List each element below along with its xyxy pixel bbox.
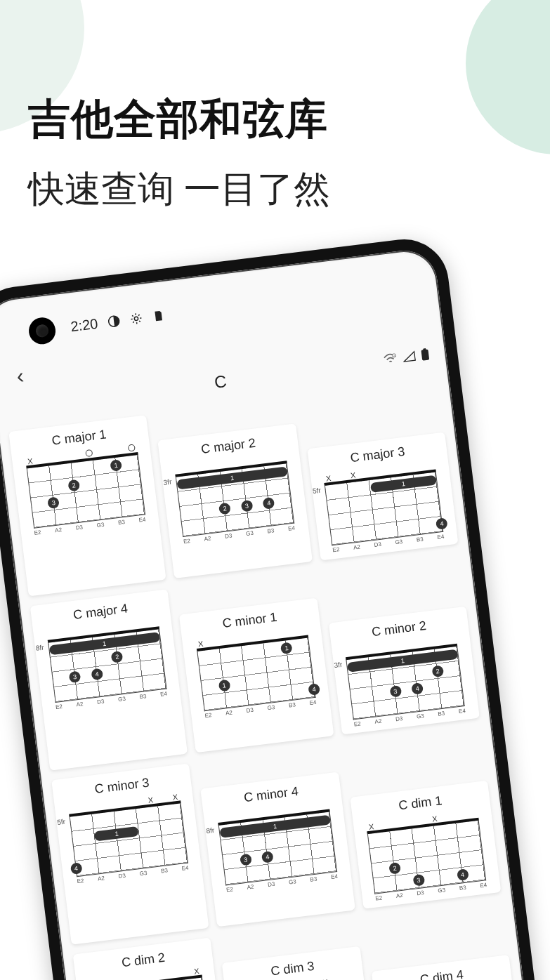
chord-name: C major 1 — [51, 427, 107, 448]
marketing-title: 吉他全部和弦库 — [28, 91, 330, 148]
fret-label: 3fr — [163, 478, 172, 486]
finger-dot: 4 — [262, 497, 275, 510]
svg-rect-4 — [421, 350, 429, 361]
chord-card[interactable]: C major 48fr1342E2A2D3G3B3E4 — [30, 589, 188, 770]
finger-dot: 4 — [456, 869, 469, 882]
finger-dot: 2 — [67, 479, 80, 491]
sd-icon — [151, 309, 165, 323]
fretboard: 14 — [324, 469, 443, 545]
finger-dot: 1 — [218, 680, 230, 692]
status-time: 2:20 — [70, 315, 98, 335]
fret-label: 3fr — [333, 661, 342, 669]
fret-label: 8fr — [35, 643, 44, 651]
fret-label: 8fr — [205, 826, 214, 835]
battery-icon — [420, 347, 431, 364]
finger-dot: 2 — [431, 665, 444, 677]
finger-dot: 3 — [68, 671, 81, 684]
gear-icon — [129, 312, 143, 326]
chord-name: C dim 1 — [398, 793, 443, 813]
chord-name: C dim 4 — [419, 967, 464, 980]
finger-dot: 4 — [308, 683, 320, 696]
chord-card[interactable]: C dim 2XX3fr1243E2A2D3G3B3E4 — [72, 938, 230, 980]
phone-mockup: 2:20 ‹ C × — [0, 234, 550, 980]
chord-name: C minor 1 — [221, 610, 277, 631]
barre: 1 — [93, 826, 138, 842]
svg-point-1 — [133, 317, 138, 321]
chord-name: C dim 3 — [270, 959, 315, 979]
background-blob-top-right — [466, 0, 550, 154]
chord-grid-scroll[interactable]: C major 1X321E2A2D3G3B3E4C major 23fr123… — [0, 376, 546, 980]
marketing-copy: 吉他全部和弦库 快速查询 一目了然 — [28, 91, 330, 214]
chord-card[interactable]: C minor 1X114E2A2D3G3B3E4 — [179, 598, 334, 753]
chord-card[interactable]: C minor 48fr134E2A2D3G3B3E4 — [200, 772, 355, 927]
fretboard: 134 — [218, 809, 337, 886]
fretboard: 1342 — [346, 644, 465, 720]
chord-card[interactable]: C major 3XX5fr14E2A2D3G3B3E4 — [307, 432, 458, 561]
chord-name: C dim 2 — [121, 951, 166, 970]
fretboard: 114 — [196, 635, 315, 711]
finger-dot: 4 — [436, 517, 448, 530]
finger-dot: 3 — [239, 854, 251, 866]
phone-screen: 2:20 ‹ C × — [0, 250, 546, 980]
chord-name: C major 3 — [349, 444, 405, 465]
finger-dot: 4 — [91, 668, 103, 681]
chord-card[interactable]: C major 23fr1234E2A2D3G3B3E4 — [157, 423, 312, 578]
chord-name: C minor 2 — [370, 618, 426, 640]
fret-label: 5fr — [56, 818, 65, 826]
chord-name: C minor 4 — [242, 784, 299, 805]
chord-card[interactable]: C dim 1XX234E2A2D3G3B3E4 — [349, 781, 500, 909]
finger-dot: 1 — [280, 642, 293, 654]
wifi-icon: × — [382, 352, 398, 368]
finger-dot: 2 — [110, 651, 123, 663]
finger-dot: 2 — [218, 503, 231, 515]
finger-dot: 3 — [240, 500, 253, 512]
finger-dot: 2 — [388, 862, 401, 875]
fretboard: 14 — [68, 800, 188, 877]
back-button[interactable]: ‹ — [4, 360, 36, 392]
chord-card[interactable]: C major 1X321E2A2D3G3B3E4 — [8, 415, 166, 596]
fret-label: 5fr — [312, 486, 321, 495]
finger-dot: 1 — [110, 459, 122, 472]
chord-name: C minor 3 — [93, 776, 150, 797]
finger-dot: 4 — [261, 851, 274, 863]
chord-name: C major 4 — [72, 602, 129, 623]
chord-card[interactable]: C dim 3X6fr1243E2A2D3G3B3E4 — [222, 946, 377, 980]
finger-dot: 3 — [47, 496, 60, 509]
marketing-subtitle: 快速查询 一目了然 — [28, 165, 330, 214]
finger-dot: 3 — [412, 874, 425, 887]
fretboard: 1342 — [47, 626, 166, 703]
chord-grid: C major 1X321E2A2D3G3B3E4C major 23fr123… — [8, 379, 540, 980]
finger-dot: 4 — [70, 863, 82, 875]
chord-card[interactable]: C dim 4XX10fr123E2A2D3G3B3E4 — [371, 955, 522, 980]
fretboard: 321 — [25, 452, 145, 529]
chord-card[interactable]: C minor 23fr1342E2A2D3G3B3E4 — [328, 607, 479, 735]
fretboard: 1234 — [175, 461, 294, 537]
chord-card[interactable]: C minor 3XX5fr14E2A2D3G3B3E4 — [51, 763, 209, 944]
chord-name: C major 2 — [200, 436, 256, 457]
finger-dot: 3 — [389, 685, 402, 698]
curfew-icon — [107, 314, 121, 329]
fretboard: 234 — [367, 818, 486, 894]
barre: 1 — [369, 475, 437, 492]
signal-icon — [402, 350, 416, 366]
finger-dot: 4 — [411, 682, 424, 695]
